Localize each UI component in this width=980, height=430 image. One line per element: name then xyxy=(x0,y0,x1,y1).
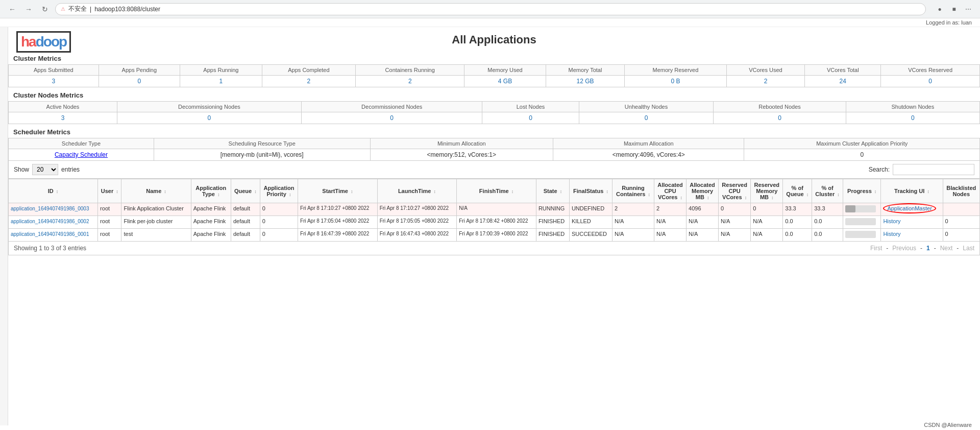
current-page-link[interactable]: 1 xyxy=(926,245,930,252)
forward-button[interactable]: → xyxy=(22,3,35,15)
th-pct-queue[interactable]: % ofQueue ↕ xyxy=(783,179,812,203)
back-button[interactable]: ← xyxy=(6,3,18,15)
login-bar: Logged in as: luan xyxy=(0,18,980,27)
entries-label: entries xyxy=(61,166,80,173)
val-active-nodes[interactable]: 3 xyxy=(9,112,117,124)
cell-tracking-ui: History xyxy=(881,216,943,229)
th-start-time[interactable]: StartTime ↕ xyxy=(298,179,378,203)
logo-doop: doop xyxy=(36,34,66,50)
val-apps-completed[interactable]: 2 xyxy=(262,76,355,87)
login-text: Logged in as: luan xyxy=(926,19,972,26)
cell-reserved-cpu: 0 xyxy=(719,203,751,216)
extension-icon-1[interactable]: ● xyxy=(934,4,945,15)
val-vcores-total: 24 xyxy=(805,76,881,87)
th-reserved-cpu[interactable]: ReservedCPUVCores ↕ xyxy=(719,179,751,203)
val-decommissioning-nodes[interactable]: 0 xyxy=(117,112,301,124)
cell-pct-cluster: 0.0 xyxy=(812,216,843,229)
url-address: hadoop103:8088/cluster xyxy=(94,6,160,13)
col-apps-submitted: Apps Submitted xyxy=(9,65,99,76)
val-apps-submitted[interactable]: 3 xyxy=(9,76,99,87)
next-page-link[interactable]: Next xyxy=(940,245,953,252)
val-unhealthy-nodes[interactable]: 0 xyxy=(579,112,714,124)
cell-progress xyxy=(843,203,881,216)
th-tracking-ui[interactable]: Tracking UI ↕ xyxy=(881,179,943,203)
cell-pct-cluster: 0.0 xyxy=(812,229,843,242)
th-name[interactable]: Name ↕ xyxy=(121,179,191,203)
search-label: Search: xyxy=(869,166,890,173)
val-scheduler-type[interactable]: Capacity Scheduler xyxy=(9,149,154,161)
th-allocated-cpu[interactable]: AllocatedCPUVCores ↕ xyxy=(654,179,686,203)
val-memory-used: 4 GB xyxy=(464,76,546,87)
search-bar: Search: xyxy=(869,164,974,175)
val-minimum-allocation: <memory:512, vCores:1> xyxy=(370,149,553,161)
cell-start-time: Fri Apr 8 16:47:39 +0800 2022 xyxy=(298,229,378,242)
th-id[interactable]: ID ↕ xyxy=(9,179,98,203)
tracking-ui-link[interactable]: History xyxy=(883,231,900,237)
val-vcores-used: 2 xyxy=(726,76,805,87)
th-reserved-memory[interactable]: ReservedMemoryMB ↕ xyxy=(751,179,783,203)
cell-state: FINISHED xyxy=(536,216,569,229)
extension-icon-2[interactable]: ■ xyxy=(948,4,960,15)
entries-select[interactable]: 10 20 50 100 xyxy=(32,164,58,175)
browser-bar: ← → ↻ ⚠ 不安全 | hadoop103:8088/cluster ● ■… xyxy=(0,0,980,18)
col-scheduler-type: Scheduler Type xyxy=(9,138,154,149)
val-apps-pending[interactable]: 0 xyxy=(99,76,180,87)
th-allocated-memory[interactable]: AllocatedMemoryMB ↕ xyxy=(687,179,719,203)
th-pct-cluster[interactable]: % ofCluster ↕ xyxy=(812,179,843,203)
show-label: Show xyxy=(14,166,29,173)
th-finish-time[interactable]: FinishTime ↕ xyxy=(457,179,536,203)
th-final-status[interactable]: FinalStatus ↕ xyxy=(569,179,612,203)
first-page-link[interactable]: First xyxy=(870,245,882,252)
tracking-ui-link[interactable]: History xyxy=(883,218,900,224)
val-lost-nodes[interactable]: 0 xyxy=(482,112,579,124)
address-bar[interactable]: ⚠ 不安全 | hadoop103:8088/cluster xyxy=(55,3,926,15)
col-apps-pending: Apps Pending xyxy=(99,65,180,76)
val-decommissioned-nodes[interactable]: 0 xyxy=(301,112,482,124)
app-id-link[interactable]: application_1649407491986_0003 xyxy=(11,206,89,211)
th-state[interactable]: State ↕ xyxy=(536,179,569,203)
val-apps-running[interactable]: 1 xyxy=(180,76,262,87)
search-input[interactable] xyxy=(893,164,974,175)
cell-blacklisted xyxy=(943,203,979,216)
refresh-button[interactable]: ↻ xyxy=(39,3,51,15)
cell-pct-queue: 0.0 xyxy=(783,216,812,229)
col-rebooted-nodes: Rebooted Nodes xyxy=(714,102,846,112)
cell-queue: default xyxy=(231,203,260,216)
showing-text: Showing 1 to 3 of 3 entries xyxy=(14,245,86,252)
th-running-containers[interactable]: RunningContainers ↕ xyxy=(612,179,654,203)
cell-name: Flink per-job cluster xyxy=(121,216,191,229)
val-scheduling-resource-type: [memory-mb (unit=Mi), vcores] xyxy=(154,149,370,161)
val-vcores-reserved: 0 xyxy=(881,76,980,87)
th-queue[interactable]: Queue ↕ xyxy=(231,179,260,203)
cell-launch-time: Fri Apr 8 17:10:27 +0800 2022 xyxy=(377,203,457,216)
cluster-nodes-metrics-header: Cluster Nodes Metrics xyxy=(8,89,980,101)
th-app-type[interactable]: ApplicationType ↕ xyxy=(191,179,231,203)
table-row: application_1649407491986_0003 root Flin… xyxy=(9,203,980,216)
val-rebooted-nodes[interactable]: 0 xyxy=(714,112,846,124)
more-icon[interactable]: ⋯ xyxy=(963,4,974,15)
last-page-link[interactable]: Last xyxy=(963,245,974,252)
val-max-cluster-priority: 0 xyxy=(744,149,980,161)
cell-priority: 0 xyxy=(260,229,298,242)
cell-allocated-memory: 4096 xyxy=(687,203,719,216)
cell-reserved-cpu: N/A xyxy=(719,229,751,242)
app-id-link[interactable]: application_1649407491986_0001 xyxy=(11,231,89,237)
table-row: application_1649407491986_0002 root Flin… xyxy=(9,216,980,229)
th-progress[interactable]: Progress ↕ xyxy=(843,179,881,203)
tracking-ui-link[interactable]: ApplicationMaster xyxy=(887,205,932,211)
th-app-priority[interactable]: ApplicationPriority ↕ xyxy=(260,179,298,203)
th-blacklisted[interactable]: BlacklistedNodes xyxy=(943,179,979,203)
col-unhealthy-nodes: Unhealthy Nodes xyxy=(579,102,714,112)
app-id-link[interactable]: application_1649407491986_0002 xyxy=(11,219,89,224)
logo-ha: ha xyxy=(21,34,36,50)
col-vcores-total: VCores Total xyxy=(805,65,881,76)
previous-page-link[interactable]: Previous xyxy=(892,245,916,252)
val-shutdown-nodes[interactable]: 0 xyxy=(846,112,979,124)
val-memory-total: 12 GB xyxy=(546,76,625,87)
th-user[interactable]: User ↕ xyxy=(98,179,121,203)
cell-allocated-cpu: N/A xyxy=(654,216,686,229)
cell-pct-queue: 0.0 xyxy=(783,229,812,242)
th-launch-time[interactable]: LaunchTime ↕ xyxy=(377,179,457,203)
applications-table: ID ↕ User ↕ Name ↕ ApplicationType ↕ Que… xyxy=(8,179,980,242)
col-max-cluster-priority: Maximum Cluster Application Priority xyxy=(744,138,980,149)
